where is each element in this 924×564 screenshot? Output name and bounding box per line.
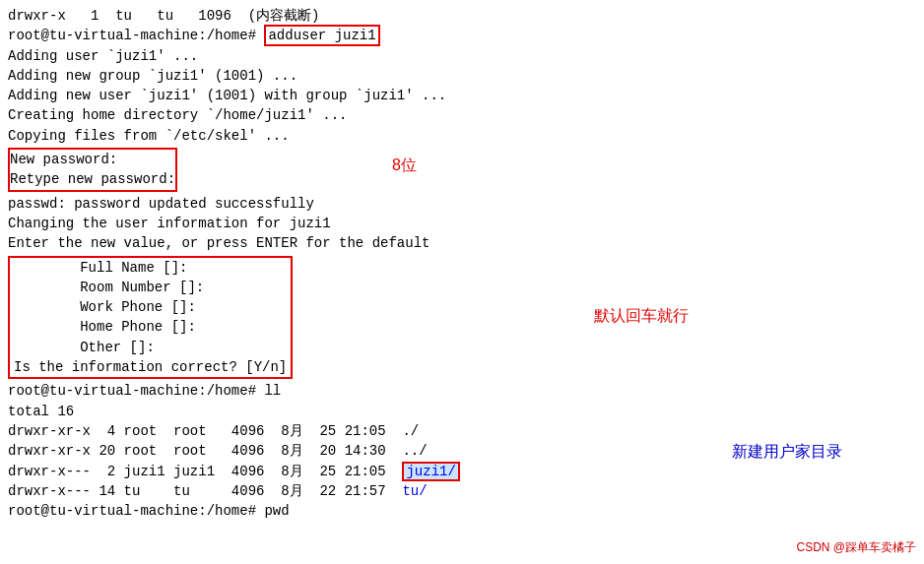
terminal-line-fullname: Full Name []:: [14, 258, 287, 278]
terminal-line-homephone: Home Phone []:: [14, 317, 287, 337]
terminal-line-workphone: Work Phone []:: [14, 297, 287, 317]
terminal-window: drwxr-x 1 tu tu 1096 (内容截断) root@tu-virt…: [0, 0, 924, 564]
terminal-line-ll: root@tu-virtual-machine:/home# ll: [8, 381, 916, 401]
terminal-line-newpw: New password:: [10, 150, 175, 169]
terminal-line: Enter the new value, or press ENTER for …: [8, 233, 916, 253]
terminal-line-pwd: root@tu-virtual-machine:/home# pwd: [8, 501, 916, 521]
terminal-line-other: Other []:: [14, 338, 287, 357]
user-info-box: Full Name []: Room Number []: Work Phone…: [8, 256, 293, 380]
terminal-line: Creating home directory `/home/juzi1' ..…: [8, 105, 916, 125]
terminal-line: passwd: password updated successfully: [8, 194, 916, 214]
terminal-line: Copying files from `/etc/skel' ...: [8, 126, 916, 146]
terminal-line-adduser: root@tu-virtual-machine:/home# adduser j…: [8, 26, 916, 45]
terminal-line-dir4: drwxr-x--- 14 tu tu 4096 8月 22 21:57 tu/: [8, 481, 916, 501]
terminal-line-total: total 16: [8, 402, 916, 421]
password-box: New password: Retype new password:: [8, 148, 177, 192]
annotation-newdir: 新建用户家目录: [732, 442, 842, 463]
csdn-badge: CSDN @踩单车卖橘子: [796, 539, 916, 556]
annotation-enter: 默认回车就行: [594, 306, 689, 327]
juzi1-highlight: juzi1/: [402, 462, 459, 481]
terminal-content: drwxr-x 1 tu tu 1096 (内容截断) root@tu-virt…: [8, 6, 916, 521]
terminal-line: Adding user `juzi1' ...: [8, 46, 916, 66]
terminal-line: drwxr-x 1 tu tu 1096 (内容截断): [8, 6, 916, 26]
adduser-highlight: adduser juzi1: [264, 25, 379, 46]
terminal-line-confirm: Is the information correct? [Y/n]: [14, 357, 287, 377]
annotation-8wei: 8位: [392, 156, 417, 176]
terminal-line-dir1: drwxr-xr-x 4 root root 4096 8月 25 21:05 …: [8, 421, 916, 441]
terminal-line: Changing the user information for juzi1: [8, 214, 916, 233]
tu-dir: tu/: [402, 483, 427, 499]
terminal-line: Adding new group `juzi1' (1001) ...: [8, 66, 916, 86]
terminal-line-roomnum: Room Number []:: [14, 278, 287, 297]
terminal-line-dir3: drwxr-x--- 2 juzi1 juzi1 4096 8月 25 21:0…: [8, 462, 916, 481]
terminal-line-retypepw: Retype new password:: [10, 169, 175, 189]
terminal-line: Adding new user `juzi1' (1001) with grou…: [8, 86, 916, 105]
